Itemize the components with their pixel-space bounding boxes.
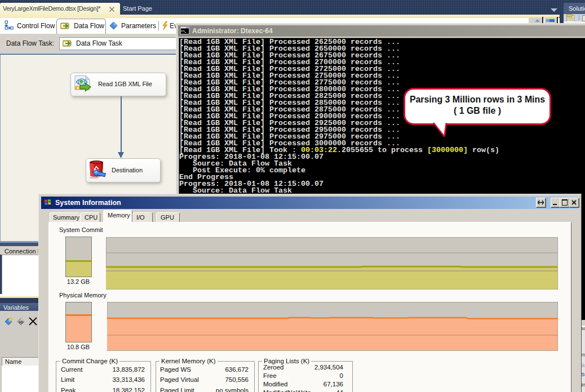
svg-text:X: X bbox=[77, 86, 79, 91]
